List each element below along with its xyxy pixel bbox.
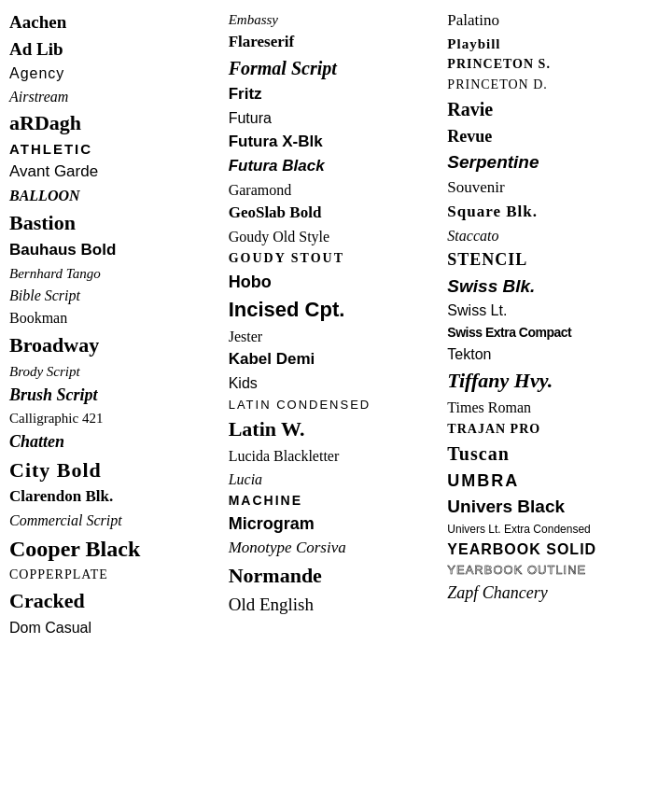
font-item-princetons: PRINCETON S.	[445, 55, 665, 75]
font-item-latincondensed: LATIN CONDENSED	[227, 396, 446, 414]
font-item-cooperblack: Cooper Black	[7, 533, 227, 565]
font-item-broadway: Broadway	[7, 330, 227, 360]
font-item-zapf: Zapf Chancery	[445, 581, 665, 605]
font-item-adlib: Ad Lib	[7, 36, 227, 63]
font-item-incised: Incised Cpt.	[227, 295, 446, 325]
font-item-souvenir: Souvenir	[445, 176, 665, 200]
font-item-revue: Revue	[445, 124, 665, 148]
font-item-universblack: Univers Black	[445, 494, 665, 520]
font-item-swissblk: Swiss Blk.	[445, 273, 665, 300]
font-item-athletic: ATHLETIC	[7, 139, 227, 160]
font-item-machine: MACHINE	[227, 491, 446, 511]
font-item-timesroman: Times Roman	[445, 397, 665, 419]
font-item-jester: Jester	[227, 326, 446, 348]
font-item-agency: Agency	[7, 63, 227, 85]
font-item-cracked: Cracked	[7, 586, 227, 616]
font-item-avantgarde: Avant Garde	[7, 161, 227, 184]
font-item-clarendon: Clarendon Blk.	[7, 485, 227, 509]
font-item-aachen: Aachen	[7, 9, 227, 35]
font-item-swissextra: Swiss Extra Compact	[445, 323, 665, 343]
font-item-brushscript: Brush Script	[7, 383, 227, 407]
font-item-squareblk: Square Blk.	[445, 201, 665, 224]
font-item-universlt: Univers Lt. Extra Condensed	[445, 521, 665, 538]
font-item-palatino: Palatino	[445, 9, 665, 33]
font-item-yearbookoutline: YEARBOOK OUTLINE	[445, 561, 665, 580]
font-item-chatten: Chatten	[7, 429, 227, 454]
font-item-flareserif: Flareserif	[227, 31, 446, 54]
font-item-playbill: Playbill	[445, 34, 665, 54]
font-item-bernhard: Bernhard Tango	[7, 263, 227, 284]
font-item-brody: Brody Script	[7, 361, 227, 382]
font-item-futurablack: Futura Black	[227, 155, 446, 178]
font-list: AachenAd LibAgencyAirstreamaRDaghATHLETI…	[0, 0, 672, 649]
font-item-trajan: TRAJAN PRO	[445, 420, 665, 440]
font-item-ravie: Ravie	[445, 96, 665, 123]
font-item-tuscan: Tuscan	[445, 441, 665, 468]
font-item-formalscript: Formal Script	[227, 55, 446, 82]
font-item-tiffany: Tiffany Hvy.	[445, 366, 665, 396]
font-item-biblescript: Bible Script	[7, 285, 227, 307]
font-item-lucidabl: Lucida Blackletter	[227, 445, 446, 468]
font-item-stencil: STENCIL	[445, 247, 665, 272]
font-item-swisslt: Swiss Lt.	[445, 300, 665, 322]
font-item-normande: Normande	[227, 561, 446, 591]
font-item-commercial: Commercial Script	[7, 510, 227, 532]
font-item-tekton: Tekton	[445, 343, 665, 366]
font-item-latinw: Latin W.	[227, 414, 446, 444]
font-item-copperplate: COPPERPLATE	[7, 566, 227, 585]
font-item-oldenglish: Old English	[227, 592, 446, 618]
font-item-staccato: Staccato	[445, 225, 665, 247]
font-item-fritz: Fritz	[227, 83, 446, 106]
font-item-garamond: Garamond	[227, 179, 446, 202]
font-item-futura: Futura	[227, 107, 446, 130]
column-col1: AachenAd LibAgencyAirstreamaRDaghATHLETI…	[7, 9, 227, 639]
font-item-yearbooksolid: YEARBOOK SOLID	[445, 539, 665, 561]
font-item-umbra: UMBRA	[445, 469, 665, 493]
font-item-lucia: Lucia	[227, 469, 446, 491]
column-col3: PalatinoPlaybillPRINCETON S.PRINCETON D.…	[445, 9, 665, 639]
font-item-calligraphic: Calligraphic 421	[7, 408, 227, 428]
font-item-monotype: Monotype Corsiva	[227, 537, 446, 560]
font-item-princetond: PRINCETON D.	[445, 76, 665, 95]
font-item-geoslab: GeoSlab Bold	[227, 202, 446, 225]
font-item-kids: Kids	[227, 372, 446, 395]
font-item-ardagh: aRDagh	[7, 108, 227, 138]
font-item-bastion: Bastion	[7, 208, 227, 238]
font-item-domcasual: Dom Casual	[7, 617, 227, 639]
font-item-hobo: Hobo	[227, 270, 446, 294]
font-item-balloon: BALLOON	[7, 185, 227, 207]
font-item-serpentine: Serpentine	[445, 149, 665, 175]
font-item-microgram: Microgram	[227, 511, 446, 536]
font-item-bauhaus: Bauhaus Bold	[7, 239, 227, 262]
font-item-airstream: Airstream	[7, 86, 227, 108]
font-item-futuraxblk: Futura X-Blk	[227, 131, 446, 154]
font-item-goudy: Goudy Old Style	[227, 226, 446, 248]
font-item-embassy: Embassy	[227, 9, 446, 30]
font-item-bookman: Bookman	[7, 307, 227, 329]
column-col2: EmbassyFlareserifFormal ScriptFritzFutur…	[227, 9, 446, 639]
font-item-citybold: City Bold	[7, 455, 227, 485]
font-item-goudystout: GOUDY STOUT	[227, 249, 446, 269]
font-item-kabeldemi: Kabel Demi	[227, 348, 446, 371]
